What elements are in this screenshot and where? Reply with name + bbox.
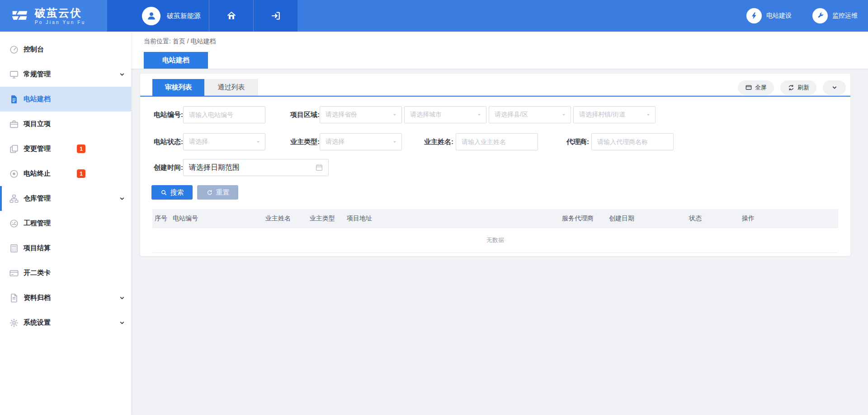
sidebar-item-1[interactable]: 常规管理 [0, 62, 131, 87]
bolt-icon [746, 8, 762, 23]
owner-type-placeholder: 请选择 [326, 138, 344, 146]
sitemap-icon [9, 194, 19, 204]
sidebar-item-4[interactable]: 变更管理1 [0, 136, 131, 161]
user-menu[interactable]: 破茧新能源 [107, 0, 209, 32]
header-module-1[interactable]: 监控运维 [812, 8, 858, 23]
header-modules: 电站建设 监控运维 [746, 0, 868, 32]
sidebar-item-label: 项目立项 [24, 120, 51, 128]
region-select-0[interactable]: 请选择省份 [320, 106, 402, 123]
chevron-down-icon [118, 71, 126, 78]
table-column-header-6: 创建日期 [607, 214, 687, 223]
table-column-header-7: 状态 [687, 214, 740, 223]
create-time-range-picker[interactable]: 请选择日期范围 [183, 159, 329, 176]
search-button[interactable]: 搜索 [151, 185, 193, 200]
refresh-button[interactable]: 刷新 [780, 80, 816, 95]
archive-icon [9, 293, 19, 303]
calculator-icon [9, 243, 19, 253]
tabs-underline [140, 96, 850, 97]
refresh-icon [788, 84, 795, 91]
table-column-header-8: 操作 [740, 214, 838, 223]
page-tab-station-archive[interactable]: 电站建档 [144, 52, 208, 69]
chevron-down-icon [831, 84, 838, 91]
table-column-header-5: 服务代理商 [560, 214, 607, 223]
station-no-input[interactable] [183, 106, 265, 123]
active-indicator-bar [0, 186, 2, 211]
app-title: 破茧云伏 [35, 7, 85, 19]
refresh-label: 刷新 [797, 84, 809, 92]
logout-button[interactable] [253, 0, 297, 32]
search-icon [160, 189, 167, 196]
breadcrumb-home[interactable]: 首页 [173, 37, 185, 45]
sidebar-item-8[interactable]: 项目结算 [0, 236, 131, 261]
breadcrumb-current: 电站建档 [190, 37, 216, 45]
calendar-icon [315, 163, 323, 172]
user-icon [146, 10, 157, 22]
table-empty-row: 无数据 [152, 228, 838, 253]
owner-name-label: 业主姓名: [417, 133, 453, 150]
sidebar-item-10[interactable]: 资料归档 [0, 285, 131, 310]
sidebar-item-label: 系统设置 [24, 318, 51, 327]
app-subtitle: Po Jian Yun Fu [35, 20, 85, 25]
region-select-placeholder: 请选择城市 [410, 111, 442, 119]
sidebar-item-6[interactable]: 仓库管理 [0, 186, 131, 211]
owner-type-label: 业主类型: [288, 133, 320, 150]
empty-text: 无数据 [486, 236, 504, 244]
agent-label: 代理商: [551, 133, 589, 150]
record-icon [9, 169, 19, 179]
table-header-row: 序号电站编号业主姓名业主类型项目地址服务代理商创建日期状态操作 [152, 209, 838, 228]
sidebar-item-0[interactable]: 控制台 [0, 37, 131, 62]
logo-icon [9, 5, 30, 26]
sidebar-item-2[interactable]: 电站建档 [0, 87, 131, 112]
pages-icon [9, 144, 19, 154]
region-select-1[interactable]: 请选择城市 [404, 106, 486, 123]
region-select-placeholder: 请选择村镇/街道 [579, 111, 625, 119]
sidebar-item-7[interactable]: 工程管理 [0, 211, 131, 236]
region-select-2[interactable]: 请选择县/区 [489, 106, 571, 123]
region-select-3[interactable]: 请选择村镇/街道 [573, 106, 656, 123]
notification-badge: 1 [77, 145, 85, 153]
filter-row-1: 电站编号: 项目区域: 请选择省份请选择城市请选择县/区请选择村镇/街道 [140, 106, 850, 123]
panel-toolbar: 全屏 刷新 [738, 80, 846, 95]
home-icon [226, 10, 237, 21]
fullscreen-button[interactable]: 全屏 [738, 80, 774, 95]
table-column-header-0: 序号 [152, 214, 170, 223]
agent-input[interactable] [591, 133, 674, 150]
station-status-select[interactable]: 请选择 [183, 133, 265, 150]
sidebar-item-9[interactable]: 开二类卡 [0, 261, 131, 285]
gauge-icon [9, 45, 19, 55]
main-panel: 审核列表 通过列表 全屏 刷新 电站编号: 项目区域: 请选择省份请选择城市请选… [140, 74, 850, 256]
station-status-label: 电站状态: [151, 133, 183, 150]
tab-passed-list[interactable]: 通过列表 [204, 79, 258, 96]
owner-type-select[interactable]: 请选择 [320, 133, 402, 150]
caret-down-icon [255, 139, 261, 145]
breadcrumb-separator: / [187, 37, 189, 45]
sidebar-item-label: 电站终止 [24, 169, 51, 178]
sidebar-item-label: 常规管理 [24, 70, 51, 79]
create-time-label: 创建时间: [151, 159, 183, 176]
owner-name-input[interactable] [456, 133, 538, 150]
sidebar-item-11[interactable]: 系统设置 [0, 310, 131, 335]
briefcase-icon [9, 119, 19, 129]
reset-button[interactable]: 重置 [197, 185, 238, 200]
reset-label: 重置 [216, 188, 230, 197]
header-module-label: 电站建设 [766, 12, 792, 20]
region-select-placeholder: 请选择省份 [326, 111, 357, 119]
card-icon [9, 268, 19, 278]
region-label: 项目区域: [288, 106, 320, 123]
table-column-header-1: 电站编号 [170, 214, 263, 223]
home-button[interactable] [209, 0, 253, 32]
station-no-label: 电站编号: [151, 106, 183, 123]
sidebar-item-5[interactable]: 电站终止1 [0, 161, 131, 186]
header-module-0[interactable]: 电站建设 [746, 8, 792, 23]
filter-actions: 搜索 重置 [151, 185, 238, 200]
gear-icon [9, 318, 19, 328]
collapse-button[interactable] [823, 80, 846, 95]
file-icon [9, 94, 19, 104]
tab-review-list[interactable]: 审核列表 [152, 79, 204, 96]
filter-row-3: 创建时间: 请选择日期范围 [140, 159, 850, 176]
breadcrumb-prefix: 当前位置: [144, 37, 171, 45]
search-label: 搜索 [170, 188, 184, 197]
chevron-down-icon [118, 294, 126, 302]
sidebar-item-3[interactable]: 项目立项 [0, 112, 131, 136]
reset-icon [206, 189, 213, 196]
